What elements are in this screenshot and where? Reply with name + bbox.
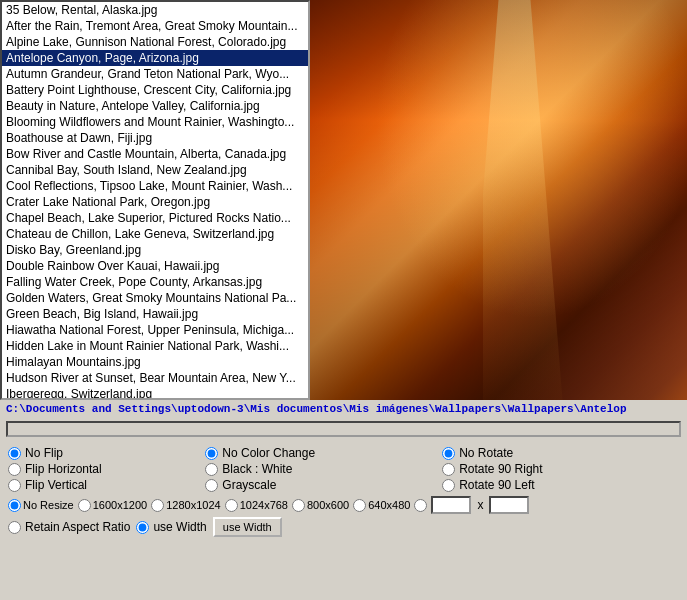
file-list-item[interactable]: Beauty in Nature, Antelope Valley, Calif… bbox=[2, 98, 308, 114]
retain-aspect-label: Retain Aspect Ratio bbox=[25, 520, 130, 534]
file-list-item[interactable]: Crater Lake National Park, Oregon.jpg bbox=[2, 194, 308, 210]
resize-1600x1200-label: 1600x1200 bbox=[93, 499, 147, 511]
resize-1280x1024-radio[interactable] bbox=[151, 499, 164, 512]
file-list-item[interactable]: Himalayan Mountains.jpg bbox=[2, 354, 308, 370]
grayscale-option[interactable]: Grayscale bbox=[205, 478, 442, 492]
black-white-option[interactable]: Black : White bbox=[205, 462, 442, 476]
rotate-90-right-label: Rotate 90 Right bbox=[459, 462, 542, 476]
rotate-90-left-label: Rotate 90 Left bbox=[459, 478, 534, 492]
resize-custom-radio[interactable] bbox=[414, 499, 427, 512]
top-section: 35 Below, Rental, Alaska.jpgAfter the Ra… bbox=[0, 0, 687, 400]
file-list-item[interactable]: Chapel Beach, Lake Superior, Pictured Ro… bbox=[2, 210, 308, 226]
file-list: 35 Below, Rental, Alaska.jpgAfter the Ra… bbox=[2, 2, 308, 400]
no-resize-label: No Resize bbox=[23, 499, 74, 511]
file-list-item[interactable]: Golden Waters, Great Smoky Mountains Nat… bbox=[2, 290, 308, 306]
resize-1600x1200-radio[interactable] bbox=[78, 499, 91, 512]
no-rotate-radio[interactable] bbox=[442, 447, 455, 460]
no-color-change-label: No Color Change bbox=[222, 446, 315, 460]
resize-640x480-radio[interactable] bbox=[353, 499, 366, 512]
x-label: x bbox=[475, 498, 485, 512]
flip-vertical-radio[interactable] bbox=[8, 479, 21, 492]
file-list-item[interactable]: Battery Point Lighthouse, Crescent City,… bbox=[2, 82, 308, 98]
resize-640x480-label: 640x480 bbox=[368, 499, 410, 511]
use-width-button[interactable]: use Width bbox=[213, 517, 282, 537]
file-list-item[interactable]: Alpine Lake, Gunnison National Forest, C… bbox=[2, 34, 308, 50]
file-list-item[interactable]: Bow River and Castle Mountain, Alberta, … bbox=[2, 146, 308, 162]
resize-1024x768-radio[interactable] bbox=[225, 499, 238, 512]
flip-vertical-label: Flip Vertical bbox=[25, 478, 87, 492]
file-list-item[interactable]: Disko Bay, Greenland.jpg bbox=[2, 242, 308, 258]
file-list-item[interactable]: 35 Below, Rental, Alaska.jpg bbox=[2, 2, 308, 18]
options-row-1: No Flip Flip Horizontal Flip Vertical No… bbox=[8, 446, 679, 492]
file-list-item[interactable]: Hidden Lake in Mount Rainier National Pa… bbox=[2, 338, 308, 354]
resize-800x600-option[interactable]: 800x600 bbox=[292, 499, 349, 512]
file-list-item[interactable]: After the Rain, Tremont Area, Great Smok… bbox=[2, 18, 308, 34]
resize-1280x1024-option[interactable]: 1280x1024 bbox=[151, 499, 220, 512]
flip-options: No Flip Flip Horizontal Flip Vertical bbox=[8, 446, 205, 492]
path-bar: C:\Documents and Settings\uptodown-3\Mis… bbox=[0, 400, 687, 418]
use-width-label: use Width bbox=[153, 520, 206, 534]
file-list-item[interactable]: Green Beach, Big Island, Hawaii.jpg bbox=[2, 306, 308, 322]
grayscale-label: Grayscale bbox=[222, 478, 276, 492]
grayscale-radio[interactable] bbox=[205, 479, 218, 492]
height-input[interactable] bbox=[489, 496, 529, 514]
resize-custom-option[interactable] bbox=[414, 499, 427, 512]
resize-800x600-radio[interactable] bbox=[292, 499, 305, 512]
rotate-90-right-radio[interactable] bbox=[442, 463, 455, 476]
file-list-item[interactable]: Double Rainbow Over Kauai, Hawaii.jpg bbox=[2, 258, 308, 274]
file-list-item[interactable]: Blooming Wildflowers and Mount Rainier, … bbox=[2, 114, 308, 130]
resize-1280x1024-label: 1280x1024 bbox=[166, 499, 220, 511]
no-flip-label: No Flip bbox=[25, 446, 63, 460]
progress-bar bbox=[6, 421, 681, 437]
no-rotate-label: No Rotate bbox=[459, 446, 513, 460]
file-list-item[interactable]: Hudson River at Sunset, Bear Mountain Ar… bbox=[2, 370, 308, 386]
flip-vertical-option[interactable]: Flip Vertical bbox=[8, 478, 205, 492]
resize-800x600-label: 800x600 bbox=[307, 499, 349, 511]
no-flip-option[interactable]: No Flip bbox=[8, 446, 205, 460]
retain-aspect-radio[interactable] bbox=[8, 521, 21, 534]
resize-640x480-option[interactable]: 640x480 bbox=[353, 499, 410, 512]
resize-1600x1200-option[interactable]: 1600x1200 bbox=[78, 499, 147, 512]
preview-image bbox=[310, 0, 687, 400]
no-flip-radio[interactable] bbox=[8, 447, 21, 460]
no-rotate-option[interactable]: No Rotate bbox=[442, 446, 679, 460]
preview-container bbox=[310, 0, 687, 400]
rotate-90-left-option[interactable]: Rotate 90 Left bbox=[442, 478, 679, 492]
rotate-90-right-option[interactable]: Rotate 90 Right bbox=[442, 462, 679, 476]
flip-horizontal-label: Flip Horizontal bbox=[25, 462, 102, 476]
file-list-item[interactable]: Boathouse at Dawn, Fiji.jpg bbox=[2, 130, 308, 146]
options-section: No Flip Flip Horizontal Flip Vertical No… bbox=[0, 440, 687, 543]
no-resize-radio[interactable] bbox=[8, 499, 21, 512]
file-list-item[interactable]: Ibergeregg, Switzerland.jpg bbox=[2, 386, 308, 400]
file-list-item[interactable]: Hiawatha National Forest, Upper Peninsul… bbox=[2, 322, 308, 338]
retain-aspect-option[interactable]: Retain Aspect Ratio bbox=[8, 520, 130, 534]
no-color-change-radio[interactable] bbox=[205, 447, 218, 460]
resize-row: No Resize 1600x1200 1280x1024 1024x768 8… bbox=[8, 496, 679, 514]
file-list-item[interactable]: Chateau de Chillon, Lake Geneva, Switzer… bbox=[2, 226, 308, 242]
black-white-label: Black : White bbox=[222, 462, 292, 476]
rotate-90-left-radio[interactable] bbox=[442, 479, 455, 492]
flip-horizontal-radio[interactable] bbox=[8, 463, 21, 476]
rotate-options: No Rotate Rotate 90 Right Rotate 90 Left bbox=[442, 446, 679, 492]
use-width-option[interactable]: use Width bbox=[136, 520, 206, 534]
file-list-container[interactable]: 35 Below, Rental, Alaska.jpgAfter the Ra… bbox=[0, 0, 310, 400]
use-width-radio[interactable] bbox=[136, 521, 149, 534]
no-color-change-option[interactable]: No Color Change bbox=[205, 446, 442, 460]
resize-1024x768-option[interactable]: 1024x768 bbox=[225, 499, 288, 512]
file-list-item[interactable]: Cannibal Bay, South Island, New Zealand.… bbox=[2, 162, 308, 178]
progress-bar-container bbox=[0, 418, 687, 440]
file-list-item[interactable]: Antelope Canyon, Page, Arizona.jpg bbox=[2, 50, 308, 66]
resize-1024x768-label: 1024x768 bbox=[240, 499, 288, 511]
color-options: No Color Change Black : White Grayscale bbox=[205, 446, 442, 492]
flip-horizontal-option[interactable]: Flip Horizontal bbox=[8, 462, 205, 476]
no-resize-option[interactable]: No Resize bbox=[8, 499, 74, 512]
file-list-item[interactable]: Falling Water Creek, Pope County, Arkans… bbox=[2, 274, 308, 290]
file-list-item[interactable]: Cool Reflections, Tipsoo Lake, Mount Rai… bbox=[2, 178, 308, 194]
main-container: 35 Below, Rental, Alaska.jpgAfter the Ra… bbox=[0, 0, 687, 600]
black-white-radio[interactable] bbox=[205, 463, 218, 476]
file-list-item[interactable]: Autumn Grandeur, Grand Teton National Pa… bbox=[2, 66, 308, 82]
bottom-row: Retain Aspect Ratio use Width use Width bbox=[8, 517, 679, 537]
width-input[interactable] bbox=[431, 496, 471, 514]
